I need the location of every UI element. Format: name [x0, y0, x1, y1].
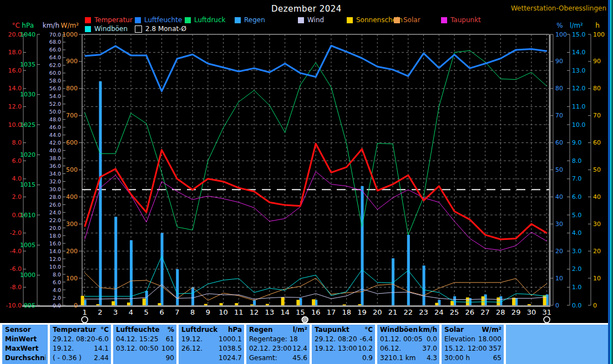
- cell-value: 18.000: [478, 335, 501, 344]
- svg-text:1015: 1015: [20, 181, 36, 188]
- svg-text:0: 0: [74, 302, 78, 309]
- svg-text:15: 15: [296, 308, 305, 316]
- cell-text: 04.12. 15:25: [116, 335, 159, 344]
- weather-station-window: Dezember 2024 Wetterstation-Oberesslinge…: [0, 0, 613, 364]
- table-column-luftdruck: LuftdruckhPa19.12. 16:001000.126.12. 10:…: [179, 325, 244, 364]
- svg-text:km/h: km/h: [43, 22, 59, 29]
- svg-text:68.0: 68.0: [49, 39, 61, 45]
- svg-text:64.0: 64.0: [49, 54, 61, 60]
- svg-text:7.0: 7.0: [572, 175, 582, 182]
- moon-phase-markers: [82, 317, 550, 323]
- svg-text:1035: 1035: [20, 61, 36, 68]
- moon-new-icon: [302, 317, 308, 323]
- svg-text:hPa: hPa: [22, 22, 34, 29]
- svg-text:14: 14: [280, 308, 290, 316]
- svg-text:%: %: [556, 22, 563, 29]
- svg-text:h: h: [595, 22, 600, 29]
- svg-text:66.0: 66.0: [49, 47, 61, 53]
- moon-full-icon: [544, 317, 550, 323]
- cell-value: 100: [161, 344, 174, 353]
- svg-text:14.0: 14.0: [49, 248, 61, 254]
- svg-text:-2.0: -2.0: [10, 229, 22, 237]
- svg-text:100: 100: [66, 275, 78, 282]
- axis-%: 1009080706050403020100%: [550, 22, 567, 309]
- cell-text: 26.12. 10:15: [181, 344, 219, 353]
- axis-W/m²: 10009008007006005004003002001000W/m²: [61, 22, 82, 309]
- svg-text:40: 40: [593, 193, 601, 201]
- svg-text:70: 70: [593, 112, 601, 119]
- axis-l/m²: 15.014.013.012.011.010.09.08.07.06.05.04…: [567, 22, 586, 309]
- svg-text:9: 9: [206, 308, 210, 316]
- svg-text:l/m²: l/m²: [570, 22, 583, 29]
- svg-text:52.0: 52.0: [49, 101, 61, 107]
- svg-text:600: 600: [66, 139, 78, 146]
- svg-text:8: 8: [190, 308, 195, 316]
- column-header: Luftfeuchte: [116, 325, 160, 335]
- svg-text:30.0: 30.0: [49, 186, 61, 192]
- axis-km/h: 70.068.066.064.062.060.058.056.054.052.0…: [43, 22, 65, 309]
- svg-text:12: 12: [250, 308, 259, 316]
- cell-value: 65: [493, 353, 501, 363]
- svg-text:19: 19: [357, 308, 367, 316]
- column-header: Temperatur: [53, 325, 96, 335]
- svg-text:1025: 1025: [20, 121, 36, 129]
- svg-text:50: 50: [593, 166, 601, 173]
- svg-text:30: 30: [593, 221, 601, 228]
- svg-text:1: 1: [83, 308, 87, 316]
- cell-value: 1038.5: [219, 344, 242, 353]
- chart-area: 20.018.016.014.012.010.08.06.04.02.00.0-…: [0, 0, 613, 323]
- svg-text:0.0: 0.0: [572, 302, 582, 309]
- svg-text:60.0: 60.0: [49, 70, 61, 76]
- cell-text: 19.12. 13:00: [315, 344, 357, 353]
- svg-text:1020: 1020: [20, 151, 36, 158]
- svg-text:100: 100: [555, 31, 567, 38]
- svg-text:80: 80: [593, 85, 601, 92]
- svg-text:8.0: 8.0: [12, 139, 22, 146]
- svg-text:24: 24: [434, 308, 444, 316]
- column-header: Luftdruck: [181, 325, 217, 335]
- cell-value: 1024.7: [219, 353, 242, 363]
- cell-text: Regentage: 18: [249, 335, 298, 344]
- cell-text: 19.12. 14:50: [53, 344, 94, 353]
- svg-text:26.0: 26.0: [49, 202, 61, 208]
- column-header: Windböen: [380, 325, 418, 335]
- svg-text:995: 995: [24, 302, 36, 309]
- svg-text:3: 3: [113, 308, 118, 316]
- row-label: MinWert: [5, 335, 37, 344]
- svg-text:24.0: 24.0: [49, 209, 61, 216]
- cell-value: 357: [489, 344, 501, 353]
- svg-text:9.0: 9.0: [572, 139, 582, 146]
- svg-text:31: 31: [542, 308, 551, 316]
- svg-text:58.0: 58.0: [49, 78, 61, 84]
- svg-text:2.0: 2.0: [12, 193, 22, 201]
- svg-text:18: 18: [342, 308, 351, 316]
- svg-text:25: 25: [450, 308, 459, 316]
- cell-text: 06.12. 15:10NW: [380, 344, 422, 353]
- svg-text:46.0: 46.0: [49, 124, 61, 130]
- svg-text:900: 900: [66, 58, 78, 65]
- svg-text:29: 29: [511, 308, 521, 316]
- table-filler-panel: [506, 325, 608, 364]
- cell-value: 12.4: [292, 344, 307, 353]
- column-header: Regen: [249, 325, 273, 335]
- svg-text:200: 200: [66, 248, 78, 255]
- svg-text:16.0: 16.0: [49, 240, 61, 247]
- svg-text:0: 0: [593, 302, 597, 309]
- svg-text:8.0: 8.0: [572, 157, 582, 165]
- svg-text:10: 10: [593, 275, 601, 282]
- svg-text:400: 400: [66, 193, 78, 201]
- column-header: Taupunkt: [315, 325, 349, 335]
- svg-text:20: 20: [373, 308, 382, 316]
- svg-text:-10.0: -10.0: [6, 302, 22, 309]
- svg-text:32.0: 32.0: [49, 178, 61, 184]
- x-axis-day-labels: 1234567891011121314151617181920212223242…: [83, 308, 551, 316]
- svg-text:5.0: 5.0: [572, 212, 582, 219]
- svg-text:20.0: 20.0: [49, 225, 61, 231]
- svg-text:6.0: 6.0: [53, 279, 61, 285]
- svg-text:13.0: 13.0: [572, 67, 586, 74]
- svg-text:70: 70: [555, 112, 563, 119]
- svg-text:700: 700: [66, 112, 78, 119]
- svg-text:22: 22: [404, 308, 413, 316]
- svg-text:30: 30: [555, 221, 563, 228]
- svg-text:42.0: 42.0: [49, 140, 61, 146]
